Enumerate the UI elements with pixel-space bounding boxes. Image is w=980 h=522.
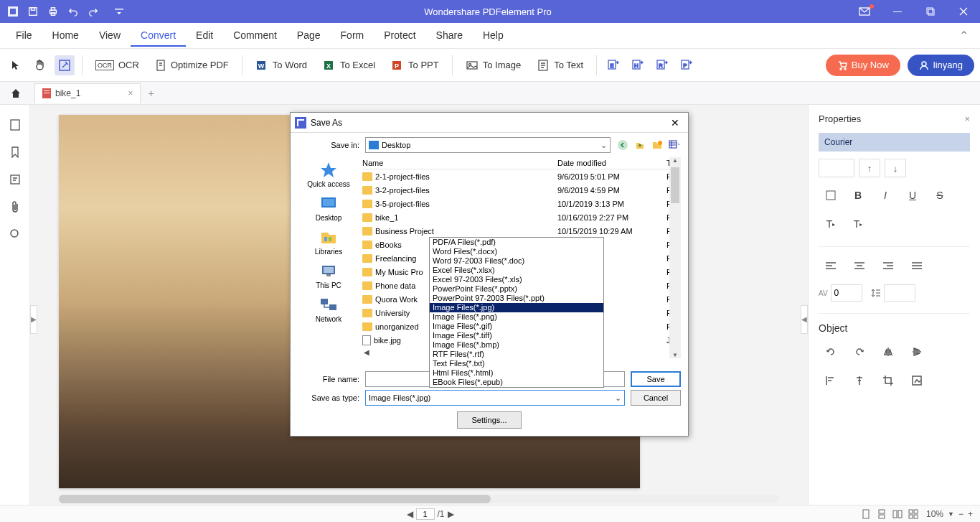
- new-tab-button[interactable]: +: [148, 88, 154, 99]
- column-date[interactable]: Date modified: [557, 159, 666, 167]
- save-button[interactable]: Save: [631, 371, 681, 387]
- file-type-option[interactable]: EBook Files(*.epub): [430, 378, 603, 387]
- ocr-button[interactable]: OCROCR: [90, 57, 145, 73]
- bold-button[interactable]: B: [846, 185, 870, 206]
- italic-button[interactable]: I: [873, 185, 897, 206]
- save-in-select[interactable]: Desktop ⌄: [365, 137, 611, 153]
- rotate-right-icon[interactable]: [847, 341, 872, 363]
- zoom-in-icon[interactable]: +: [968, 509, 973, 519]
- minimize-button[interactable]: [881, 0, 914, 23]
- collapse-right-icon[interactable]: ◀: [801, 305, 808, 334]
- dialog-close-icon[interactable]: ✕: [666, 117, 684, 129]
- file-type-option[interactable]: PowerPoint 97-2003 Files(*.ppt): [430, 294, 603, 303]
- align-objects-center-icon[interactable]: [847, 370, 872, 391]
- font-family-select[interactable]: [819, 133, 970, 152]
- file-row[interactable]: 2-1-project-files9/6/2019 5:01 PMFil: [362, 169, 681, 183]
- file-type-option[interactable]: Image Files(*.gif): [430, 322, 603, 331]
- rotate-left-icon[interactable]: [819, 341, 843, 363]
- to-excel-button[interactable]: XTo Excel: [317, 56, 381, 75]
- flip-horizontal-icon[interactable]: [876, 341, 900, 363]
- quick-access-dropdown-icon[interactable]: [110, 3, 128, 20]
- extract-icon[interactable]: [905, 370, 929, 391]
- place-network[interactable]: Network: [316, 295, 342, 323]
- zoom-out-icon[interactable]: −: [958, 509, 963, 519]
- undo-icon[interactable]: [65, 3, 82, 20]
- file-type-option[interactable]: Excel Files(*.xlsx): [430, 266, 603, 275]
- line-spacing-input[interactable]: [871, 284, 915, 302]
- close-button[interactable]: [947, 0, 980, 23]
- properties-close-icon[interactable]: ×: [964, 113, 970, 124]
- subscript-button[interactable]: T▸: [846, 213, 870, 235]
- file-type-option[interactable]: PowerPoint Files(*.pptx): [430, 284, 603, 294]
- file-type-option[interactable]: Image Files(*.png): [430, 312, 603, 322]
- notifications-icon[interactable]: [848, 0, 881, 23]
- file-row[interactable]: 3-5-project-files10/1/2019 3:13 PMFil: [362, 197, 681, 210]
- to-text-button[interactable]: To Text: [531, 56, 589, 75]
- to-image-button[interactable]: To Image: [460, 56, 527, 75]
- convert-h-icon[interactable]: H: [628, 55, 649, 75]
- file-type-option[interactable]: Image Files(*.jpg): [430, 303, 603, 312]
- hand-tool-icon[interactable]: [30, 55, 50, 75]
- column-name[interactable]: Name: [362, 159, 557, 167]
- document-tab[interactable]: bike_1 ×: [34, 83, 141, 103]
- app-logo-icon[interactable]: [4, 3, 22, 20]
- view-facing-icon[interactable]: [892, 508, 903, 520]
- user-account-button[interactable]: linyang: [908, 55, 974, 76]
- file-type-option[interactable]: Word Files(*.docx): [430, 247, 603, 256]
- settings-button[interactable]: Settings...: [457, 411, 522, 429]
- select-tool-icon[interactable]: [6, 55, 26, 75]
- bookmarks-icon[interactable]: [8, 145, 22, 159]
- align-justify-icon[interactable]: [905, 256, 929, 277]
- comments-icon[interactable]: [8, 172, 22, 187]
- view-menu-icon[interactable]: [668, 139, 681, 152]
- attachments-icon[interactable]: [8, 200, 22, 214]
- place-libraries[interactable]: Libraries: [315, 228, 342, 256]
- file-type-option[interactable]: Image Files(*.bmp): [430, 340, 603, 350]
- char-spacing-input[interactable]: AV: [819, 284, 862, 302]
- file-type-dropdown[interactable]: PDF/A Files(*.pdf)Word Files(*.docx)Word…: [429, 237, 604, 388]
- file-type-option[interactable]: Html Files(*.html): [430, 368, 603, 378]
- file-row[interactable]: bike_110/16/2019 2:27 PMFil: [362, 210, 681, 224]
- align-left-icon[interactable]: [819, 256, 843, 277]
- place-this-pc[interactable]: This PC: [316, 261, 341, 289]
- place-desktop[interactable]: Desktop: [316, 194, 342, 222]
- page-prev-icon[interactable]: ◀: [407, 509, 413, 519]
- menu-form[interactable]: Form: [331, 25, 374, 47]
- menu-share[interactable]: Share: [426, 25, 473, 47]
- to-word-button[interactable]: WTo Word: [250, 56, 313, 75]
- menu-comment[interactable]: Comment: [223, 25, 287, 47]
- superscript-button[interactable]: T▸: [819, 213, 843, 235]
- collapse-ribbon-icon[interactable]: ⌃: [953, 29, 974, 42]
- place-quick-access[interactable]: Quick access: [307, 160, 349, 188]
- page-next-icon[interactable]: ▶: [448, 509, 454, 519]
- collapse-left-icon[interactable]: ▶: [30, 305, 37, 334]
- save-icon[interactable]: [24, 3, 42, 20]
- redo-icon[interactable]: [85, 3, 102, 20]
- view-single-icon[interactable]: [860, 508, 872, 520]
- horizontal-scrollbar[interactable]: [59, 495, 779, 503]
- thumbnails-icon[interactable]: [8, 118, 22, 132]
- align-objects-left-icon[interactable]: [819, 370, 843, 391]
- page-number-input[interactable]: [416, 508, 435, 520]
- to-ppt-button[interactable]: PTo PPT: [385, 56, 445, 75]
- menu-view[interactable]: View: [89, 25, 131, 47]
- file-row[interactable]: Business Project10/15/2019 10:29 AMFil: [362, 224, 681, 238]
- file-vertical-scrollbar[interactable]: [669, 157, 681, 358]
- menu-help[interactable]: Help: [473, 25, 514, 47]
- file-type-option[interactable]: Text Files(*.txt): [430, 359, 603, 368]
- convert-r-icon[interactable]: R: [653, 55, 673, 75]
- edit-tool-icon[interactable]: [55, 55, 75, 75]
- crop-icon[interactable]: [876, 370, 900, 391]
- file-type-option[interactable]: PDF/A Files(*.pdf): [430, 238, 603, 247]
- align-right-icon[interactable]: [876, 256, 900, 277]
- flip-vertical-icon[interactable]: [905, 341, 929, 363]
- font-size-select[interactable]: [819, 159, 854, 177]
- print-icon[interactable]: [44, 3, 62, 20]
- file-type-option[interactable]: Word 97-2003 Files(*.doc): [430, 256, 603, 266]
- home-icon[interactable]: [6, 83, 26, 103]
- nav-back-icon[interactable]: [616, 139, 629, 152]
- menu-file[interactable]: File: [6, 25, 42, 47]
- file-type-option[interactable]: Image Files(*.tiff): [430, 331, 603, 340]
- align-center-icon[interactable]: [847, 256, 872, 277]
- file-type-option[interactable]: Excel 97-2003 Files(*.xls): [430, 275, 603, 284]
